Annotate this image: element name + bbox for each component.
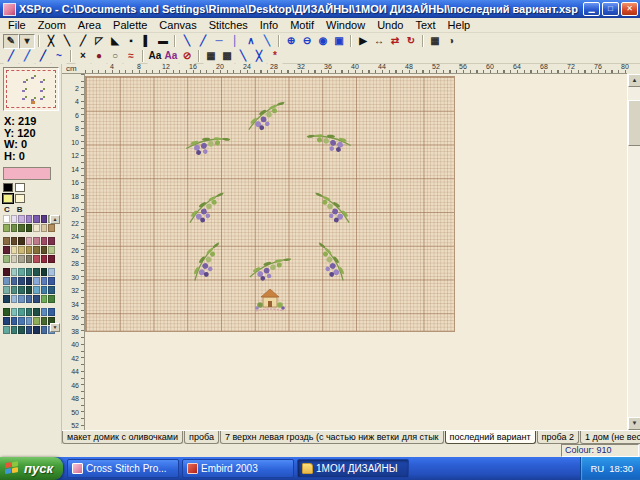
select-arrow-icon[interactable]: ▶ <box>355 34 371 49</box>
menu-undo[interactable]: Undo <box>371 19 409 31</box>
palette-swatch[interactable] <box>26 237 33 245</box>
palette-swatch[interactable] <box>3 317 10 325</box>
bead-icon[interactable]: ○ <box>107 49 123 64</box>
quick-swatch[interactable] <box>3 194 13 203</box>
line-thick-icon[interactable]: ╱ <box>35 49 51 64</box>
scroll-down-button[interactable]: ▼ <box>628 417 640 430</box>
zoom-actual-icon[interactable]: ◉ <box>315 34 331 49</box>
backstitch-v-icon[interactable]: │ <box>227 34 243 49</box>
palette-swatch[interactable] <box>3 286 10 294</box>
palette-swatch[interactable] <box>48 224 55 232</box>
palette-swatch[interactable] <box>11 237 18 245</box>
full-cross-stitch-icon[interactable]: ╳ <box>43 34 59 49</box>
document-tab[interactable]: последний вариант <box>445 431 536 444</box>
palette-swatch[interactable] <box>26 317 33 325</box>
palette-swatch[interactable] <box>11 215 18 223</box>
document-tab[interactable]: 7 верхн левая гроздь (с частью ниж ветки… <box>220 431 444 444</box>
palette-swatch[interactable] <box>33 277 40 285</box>
palette-swatch[interactable] <box>18 255 25 263</box>
palette-swatch[interactable] <box>26 255 33 263</box>
palette-swatch[interactable] <box>26 277 33 285</box>
palette-swatch[interactable] <box>18 295 25 303</box>
palette-swatch[interactable] <box>41 326 48 334</box>
palette-swatch[interactable] <box>3 308 10 316</box>
palette-swatch[interactable] <box>26 308 33 316</box>
palette-swatch[interactable] <box>26 268 33 276</box>
minimize-button[interactable]: ▁ <box>583 2 600 16</box>
vertical-scroll-thumb[interactable] <box>628 100 640 146</box>
palette-swatch[interactable] <box>41 246 48 254</box>
three-quarter-stitch-icon[interactable]: ◣ <box>107 34 123 49</box>
palette-swatch[interactable] <box>33 215 40 223</box>
line-medium-icon[interactable]: ╱ <box>19 49 35 64</box>
petite-stitch-icon[interactable]: ▪ <box>123 34 139 49</box>
preview-pane[interactable] <box>3 67 59 111</box>
start-button[interactable]: пуск <box>0 457 63 480</box>
palette-swatch[interactable] <box>33 224 40 232</box>
palette-swatch[interactable] <box>41 215 48 223</box>
palette-swatch[interactable] <box>48 308 55 316</box>
taskbar-task[interactable]: Embird 2003 <box>182 459 294 478</box>
palette-swatch[interactable] <box>11 308 18 316</box>
language-indicator[interactable]: RU <box>590 463 604 474</box>
palette-swatch[interactable] <box>11 317 18 325</box>
palette-swatch[interactable] <box>41 286 48 294</box>
document-tab[interactable]: макет домик с оливочками <box>62 431 183 444</box>
diagonal-cross-icon[interactable]: ╳ <box>251 49 267 64</box>
pencil-tool-icon[interactable]: ✎ <box>3 34 19 49</box>
menu-info[interactable]: Info <box>254 19 284 31</box>
palette-swatch[interactable] <box>11 224 18 232</box>
palette-swatch[interactable] <box>41 255 48 263</box>
grid-toggle-icon[interactable]: ▦ <box>427 34 443 49</box>
menu-zoom[interactable]: Zoom <box>32 19 72 31</box>
pattern-grid-icon[interactable]: ▦ <box>203 49 219 64</box>
palette-swatch[interactable] <box>11 286 18 294</box>
quick-swatch[interactable] <box>3 183 13 192</box>
mirror-tool-icon[interactable]: ⇄ <box>387 34 403 49</box>
clock[interactable]: 18:30 <box>609 463 633 474</box>
palette-swatch[interactable] <box>11 295 18 303</box>
palette-swatch[interactable] <box>41 224 48 232</box>
palette-swatch[interactable] <box>41 237 48 245</box>
delete-stitch-icon[interactable]: × <box>75 49 91 64</box>
menu-area[interactable]: Area <box>72 19 107 31</box>
vertical-half-stitch-icon[interactable]: ▌ <box>139 34 155 49</box>
contrast-icon[interactable]: ◑ <box>443 34 459 49</box>
menu-palette[interactable]: Palette <box>107 19 153 31</box>
backstitch-nw-icon[interactable]: ╲ <box>179 34 195 49</box>
text-tool-icon[interactable]: Aa <box>147 49 163 64</box>
palette-swatch[interactable] <box>18 308 25 316</box>
palette-swatch[interactable] <box>33 246 40 254</box>
palette-swatch[interactable] <box>48 255 55 263</box>
palette-swatch[interactable] <box>26 286 33 294</box>
palette-swatch[interactable] <box>3 326 10 334</box>
text-style-icon[interactable]: Aa <box>163 49 179 64</box>
palette-swatch[interactable] <box>3 237 10 245</box>
no-symbol-icon[interactable]: ⊘ <box>179 49 195 64</box>
palette-swatch[interactable] <box>11 268 18 276</box>
palette-swatch[interactable] <box>41 308 48 316</box>
line-thin-icon[interactable]: ╱ <box>3 49 19 64</box>
palette-swatch[interactable] <box>48 286 55 294</box>
taskbar-task[interactable]: Cross Stitch Pro... <box>67 459 179 478</box>
quick-swatch[interactable] <box>15 194 25 203</box>
palette-swatch[interactable] <box>3 277 10 285</box>
palette-swatch[interactable] <box>3 224 10 232</box>
french-knot-icon[interactable]: ● <box>91 49 107 64</box>
backstitch-ne-icon[interactable]: ╱ <box>195 34 211 49</box>
horizontal-half-stitch-icon[interactable]: ▬ <box>155 34 171 49</box>
move-tool-icon[interactable]: ↔ <box>371 34 387 49</box>
maximize-button[interactable]: □ <box>602 2 619 16</box>
diagonal-line-icon[interactable]: ╲ <box>235 49 251 64</box>
palette-swatch[interactable] <box>18 246 25 254</box>
palette-swatch[interactable] <box>18 317 25 325</box>
half-stitch-right-icon[interactable]: ╱ <box>75 34 91 49</box>
palette-swatch[interactable] <box>3 246 10 254</box>
palette-swatch[interactable] <box>41 277 48 285</box>
palette-swatch[interactable] <box>26 326 33 334</box>
menu-help[interactable]: Help <box>442 19 477 31</box>
palette-swatch[interactable] <box>26 215 33 223</box>
curve-line-icon[interactable]: ~ <box>51 49 67 64</box>
app-icon[interactable] <box>3 3 16 16</box>
zoom-fit-icon[interactable]: ▣ <box>331 34 347 49</box>
